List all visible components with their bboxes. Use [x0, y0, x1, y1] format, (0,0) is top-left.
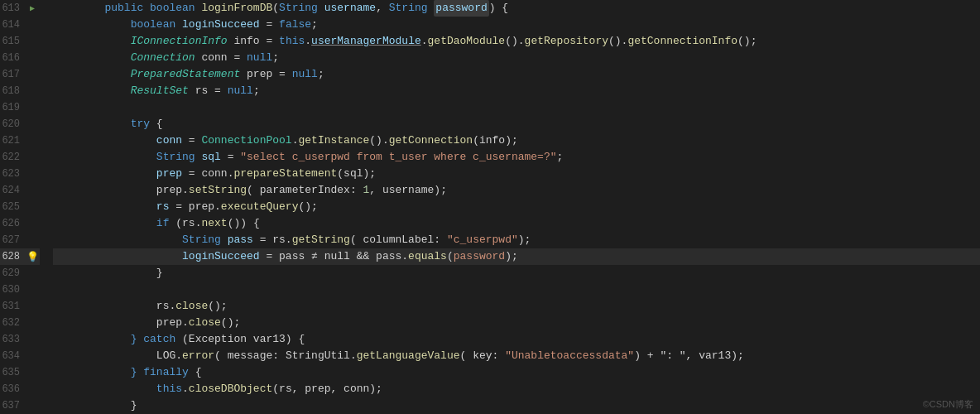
code-line: prep = conn.prepareStatement(sql); — [53, 166, 980, 182]
line-number: 632 — [0, 315, 25, 331]
code-line: prep.setString( parameterIndex: 1, usern… — [53, 182, 980, 199]
code-line: LOG.error( message: StringUtil.getLangua… — [53, 348, 980, 364]
line-row: 614 — [0, 17, 40, 33]
code-line: } — [53, 397, 980, 414]
code-line: public boolean loginFromDB(String userna… — [53, 0, 980, 17]
code-line: prep.close(); — [53, 315, 980, 331]
line-number: 621 — [0, 132, 25, 149]
line-number: 620 — [0, 116, 25, 132]
line-row: 636 — [0, 381, 40, 397]
line-number: 633 — [0, 331, 25, 348]
code-line: PreparedStatement prep = null; — [53, 66, 980, 83]
line-number: 636 — [0, 381, 25, 397]
code-line: String pass = rs.getString( columnLabel:… — [53, 232, 980, 248]
watermark: ©CSDN博客 — [923, 398, 973, 411]
arrow-icon: ▶ — [25, 3, 40, 13]
line-number: 624 — [0, 182, 25, 199]
line-row: 617 — [0, 66, 40, 83]
line-number: 631 — [0, 298, 25, 315]
line-row: 619 — [0, 99, 40, 116]
line-row: 628💡 — [0, 248, 40, 265]
line-number: 628 — [0, 248, 25, 265]
code-line: boolean loginSucceed = false; — [53, 17, 980, 33]
line-number: 617 — [0, 66, 25, 83]
bulb-icon: 💡 — [25, 251, 40, 263]
line-row: 626 — [0, 215, 40, 232]
code-line: } catch (Exception var13) { — [53, 331, 980, 348]
line-row: 634 — [0, 348, 40, 364]
code-line: String sql = "select c_userpwd from t_us… — [53, 149, 980, 166]
code-line: this.closeDBObject(rs, prep, conn); — [53, 381, 980, 397]
line-number: 619 — [0, 99, 25, 116]
line-row: 625 — [0, 199, 40, 215]
line-row: 618 — [0, 83, 40, 99]
line-number: 630 — [0, 282, 25, 298]
line-number: 635 — [0, 364, 25, 381]
line-row: 631 — [0, 298, 40, 315]
code-line — [53, 282, 980, 298]
code-content: public boolean loginFromDB(String userna… — [46, 0, 980, 414]
line-number: 618 — [0, 83, 25, 99]
line-number: 614 — [0, 17, 25, 33]
line-row: 633 — [0, 331, 40, 348]
line-row: 623 — [0, 166, 40, 182]
code-line — [53, 99, 980, 116]
line-row: 620 — [0, 116, 40, 132]
code-line: ResultSet rs = null; — [53, 83, 980, 99]
line-row: 635 — [0, 364, 40, 381]
line-number: 627 — [0, 232, 25, 248]
line-row: 637 — [0, 397, 40, 414]
code-line: IConnectionInfo info = this.userManagerM… — [53, 33, 980, 50]
line-number: 623 — [0, 166, 25, 182]
line-row: 616 — [0, 50, 40, 66]
line-number: 637 — [0, 397, 25, 414]
line-number: 626 — [0, 215, 25, 232]
line-number: 616 — [0, 50, 25, 66]
line-number: 634 — [0, 348, 25, 364]
code-line: if (rs.next()) { — [53, 215, 980, 232]
code-line: try { — [53, 116, 980, 132]
line-row: 624 — [0, 182, 40, 199]
code-line: loginSucceed = pass ≠ null && pass.equal… — [53, 248, 980, 265]
line-number: 615 — [0, 33, 25, 50]
line-row: 632 — [0, 315, 40, 331]
line-row: 613▶ — [0, 0, 40, 17]
line-number: 625 — [0, 199, 25, 215]
code-line: } finally { — [53, 364, 980, 381]
line-row: 629 — [0, 265, 40, 282]
code-line: conn = ConnectionPool.getInstance().getC… — [53, 132, 980, 149]
line-number: 613 — [0, 0, 25, 17]
line-number: 622 — [0, 149, 25, 166]
code-line: Connection conn = null; — [53, 50, 980, 66]
code-editor: 613▶614615616617618619620621622623624625… — [0, 0, 980, 414]
line-row: 615 — [0, 33, 40, 50]
code-line: } — [53, 265, 980, 282]
line-row: 621 — [0, 132, 40, 149]
code-line: rs = prep.executeQuery(); — [53, 199, 980, 215]
line-gutter: 613▶614615616617618619620621622623624625… — [0, 0, 46, 414]
line-row: 630 — [0, 282, 40, 298]
line-row: 622 — [0, 149, 40, 166]
code-line: rs.close(); — [53, 298, 980, 315]
line-row: 627 — [0, 232, 40, 248]
code-area: 613▶614615616617618619620621622623624625… — [0, 0, 980, 414]
line-number: 629 — [0, 265, 25, 282]
